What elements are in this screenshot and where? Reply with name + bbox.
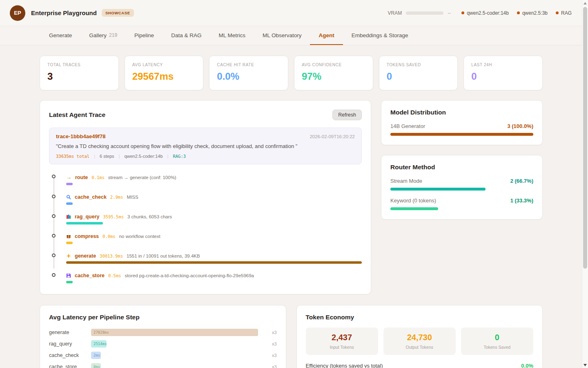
trace-model: qwen2.5-coder:14b	[124, 154, 163, 159]
latency-row-cache-store: cache_store 0ms x3	[49, 361, 277, 368]
router-bar	[390, 188, 486, 191]
token-boxes: 2,437 Input Tokens 24,730 Output Tokens …	[306, 328, 534, 355]
scroll-down-arrow-icon[interactable]	[584, 364, 587, 366]
timeline-dot-icon	[52, 273, 56, 277]
latency-count: x3	[265, 330, 277, 335]
step-name: cache_store	[75, 273, 105, 278]
stat-label: TOTAL TRACES	[47, 63, 111, 67]
model-distribution-card: Model Distribution 14B Generator 3 (100.…	[381, 100, 543, 145]
timeline-dot-icon	[52, 214, 56, 218]
tab-generate[interactable]: Generate	[40, 26, 80, 45]
stat-avg-confidence: AVG CONFIDENCE 97%	[294, 56, 373, 90]
token-economy-card: Token Economy 2,437 Input Tokens 24,730 …	[296, 305, 543, 368]
latest-agent-trace-card: Latest Agent Trace Refresh trace-1bbb4ae…	[40, 100, 371, 294]
trace-timestamp: 2026-02-09T16:20:22	[310, 134, 355, 139]
status-dot-icon	[517, 11, 520, 14]
step-detail: stream → generate (conf: 100%)	[108, 175, 176, 180]
step-detail: stored pg-create-a-td-checking-account-o…	[125, 273, 254, 278]
trace-step-rag-query: rag_query 3595.5ms 3 chunks, 6053 chars	[50, 214, 362, 224]
latency-step-label: cache_check	[49, 352, 91, 358]
token-label: Output Tokens	[388, 345, 452, 350]
tab-ml-metrics[interactable]: ML Metrics	[210, 26, 254, 45]
trace-step-cache-store: cache_store 0.5ms stored pg-create-a-td-…	[50, 273, 362, 283]
latency-row-generate: generate 27028ms x3	[49, 327, 277, 338]
step-detail: MISS	[127, 195, 138, 200]
router-label: Keyword (0 tokens)	[390, 197, 436, 204]
stat-value: 0	[387, 71, 450, 82]
trace-step-route: → route 0.1ms stream → generate (conf: 1…	[50, 174, 362, 185]
latency-bar: 2514ms	[91, 340, 107, 348]
latency-rows: generate 27028ms x3 rag_query 2514ms x3 …	[49, 327, 277, 368]
stat-label: TOKENS SAVED	[387, 63, 450, 67]
scroll-up-arrow-icon[interactable]	[584, 2, 587, 4]
stat-cache-hit-rate: CACHE HIT RATE 0.0%	[209, 56, 288, 90]
vertical-scrollbar[interactable]	[582, 0, 588, 368]
router-value: 2 (66.7%)	[510, 178, 533, 184]
step-duration: 30013.9ms	[100, 254, 123, 258]
stat-label: AVG LATENCY	[132, 63, 196, 67]
tab-ml-observatory[interactable]: ML Observatory	[254, 26, 310, 45]
tab-data-rag[interactable]: Data & RAG	[163, 26, 210, 45]
step-name: cache_check	[75, 194, 107, 200]
vram-label: VRAM	[388, 10, 402, 16]
trace-id: trace-1bbb4ae49f78	[56, 133, 105, 139]
arrow-right-icon: →	[66, 174, 71, 180]
step-duration-bar	[66, 261, 362, 264]
router-value: 1 (33.3%)	[510, 197, 533, 204]
model-name: qwen2.5:3b	[522, 10, 548, 16]
trace-timeline: → route 0.1ms stream → generate (conf: 1…	[49, 174, 362, 283]
token-label: Tokens Saved	[465, 345, 529, 350]
step-name: route	[75, 175, 88, 180]
tab-pipeline[interactable]: Pipeline	[126, 26, 163, 45]
step-detail: 1551 in / 10091 out tokens, 39.4KB	[127, 254, 200, 258]
token-value: 0	[465, 333, 529, 342]
stat-value: 3	[47, 71, 111, 82]
app-logo: EP	[10, 5, 25, 21]
model-status-coder: qwen2.5-coder:14b	[461, 10, 509, 16]
trace-card-title: Latest Agent Trace	[49, 111, 105, 119]
stat-last-24h: LAST 24H 0	[463, 56, 543, 90]
metric-label: Efficiency (tokens saved vs total)	[306, 363, 383, 368]
separator: |	[94, 154, 95, 159]
tab-label: Gallery	[89, 32, 107, 38]
trace-step-cache-check: cache_check 2.9ms MISS	[50, 194, 362, 205]
router-method-card: Router Method Stream Mode 2 (66.7%) Keyw…	[381, 155, 543, 220]
step-name: rag_query	[75, 214, 99, 220]
step-duration: 0.5ms	[108, 273, 121, 278]
latency-row-cache-check: cache_check 2ms x3	[49, 350, 277, 361]
avg-latency-title: Avg Latency per Pipeline Step	[49, 314, 277, 321]
step-duration-bar	[66, 242, 73, 244]
timeline-dot-icon	[52, 175, 56, 178]
app-header: EP Enterprise Playground SHOWCASE VRAM -…	[0, 0, 588, 26]
books-icon	[66, 214, 71, 219]
step-duration-bar	[66, 183, 73, 185]
step-duration: 0.0ms	[102, 234, 116, 239]
tab-embeddings-storage[interactable]: Embeddings & Storage	[343, 26, 417, 45]
stat-value: 97%	[302, 71, 365, 82]
tab-gallery[interactable]: Gallery219	[80, 26, 126, 45]
latency-step-label: rag_query	[49, 341, 91, 347]
tokens-saved-box: 0 Tokens Saved	[461, 328, 533, 355]
trace-summary[interactable]: trace-1bbb4ae49f78 2026-02-09T16:20:22 "…	[49, 128, 362, 164]
scrollbar-thumb[interactable]	[583, 7, 587, 269]
refresh-button[interactable]: Refresh	[332, 110, 362, 120]
stats-row: TOTAL TRACES 3 AVG LATENCY 29567ms CACHE…	[40, 56, 543, 90]
tab-label: Agent	[318, 32, 334, 38]
package-icon	[66, 234, 71, 239]
router-row-stream: Stream Mode 2 (66.7%)	[390, 178, 533, 191]
token-value: 2,437	[310, 333, 374, 342]
model-status-rag: RAG	[556, 10, 572, 16]
tab-agent[interactable]: Agent	[310, 26, 343, 45]
latency-bar: 2ms	[91, 352, 101, 359]
trace-step-count: 6 steps	[100, 154, 114, 159]
timeline-dot-icon	[52, 234, 56, 238]
vram-progress-bar	[406, 11, 443, 15]
stat-label: CACHE HIT RATE	[217, 63, 281, 67]
latency-step-label: cache_store	[49, 364, 91, 368]
distribution-label: 14B Generator	[390, 123, 425, 129]
stat-value: 0	[471, 71, 535, 82]
step-detail: 3 chunks, 6053 chars	[127, 214, 172, 219]
tab-label: Generate	[49, 32, 72, 38]
latency-bar: 27028ms	[91, 329, 258, 336]
stat-value: 0.0%	[217, 71, 281, 82]
